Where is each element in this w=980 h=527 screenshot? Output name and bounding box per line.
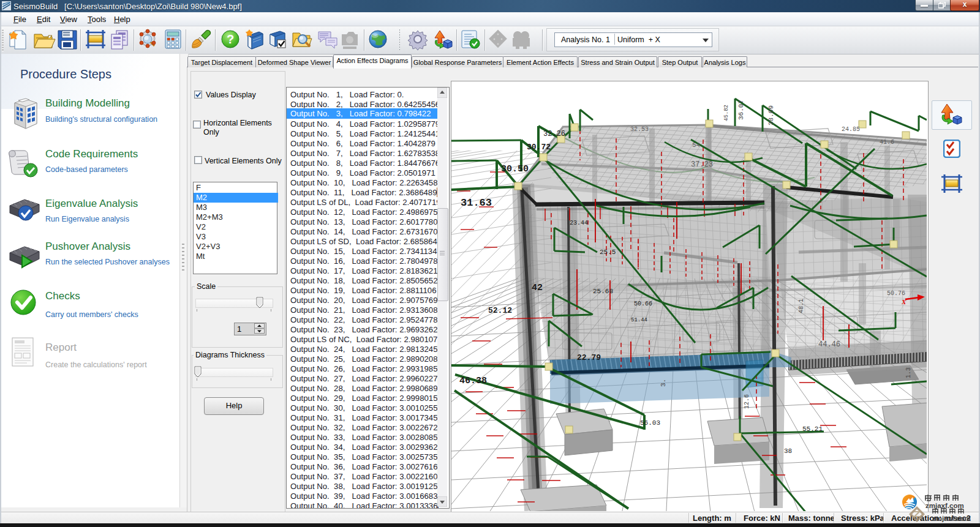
svg-text:37.23: 37.23 (691, 160, 713, 169)
svg-text:1.3: 1.3 (905, 367, 912, 378)
svg-text:23.44: 23.44 (570, 220, 588, 226)
svg-text:42: 42 (532, 283, 543, 293)
svg-text:41.6: 41.6 (880, 139, 894, 146)
svg-text:54: 54 (692, 141, 701, 149)
svg-text:?: ? (227, 32, 234, 46)
svg-text:51.44: 51.44 (631, 317, 647, 323)
svg-text:zmjaxf.com: zmjaxf.com (932, 515, 971, 522)
svg-text:32.26: 32.26 (543, 130, 565, 138)
svg-text:55.21: 55.21 (802, 425, 823, 433)
svg-text:48.1: 48.1 (798, 299, 805, 313)
svg-text:22.79: 22.79 (577, 353, 601, 362)
svg-text:52.12: 52.12 (488, 306, 512, 315)
svg-text:50.66: 50.66 (634, 301, 652, 307)
svg-text:36.07: 36.07 (737, 100, 745, 120)
svg-text:3.: 3. (660, 379, 667, 387)
svg-text:38.09: 38.09 (767, 105, 775, 125)
svg-text:44.46: 44.46 (818, 340, 840, 349)
svg-text:30.50: 30.50 (501, 164, 529, 174)
svg-text:25.68: 25.68 (593, 288, 613, 295)
svg-text:46.38: 46.38 (459, 376, 487, 386)
svg-text:56.03: 56.03 (640, 419, 660, 427)
svg-text:X: X (901, 298, 907, 305)
svg-text:25.5: 25.5 (600, 249, 616, 256)
svg-text:zmjaxf.com: zmjaxf.com (925, 502, 964, 509)
svg-text:12.6: 12.6 (744, 394, 750, 409)
svg-text:45.82: 45.82 (723, 105, 729, 121)
svg-text:50.76: 50.76 (887, 290, 905, 297)
svg-text:24.85: 24.85 (842, 126, 860, 133)
svg-text:31.63: 31.63 (461, 197, 492, 209)
svg-text:30.72: 30.72 (527, 143, 551, 152)
svg-text:32.53: 32.53 (630, 126, 649, 133)
svg-text:38: 38 (784, 447, 792, 455)
